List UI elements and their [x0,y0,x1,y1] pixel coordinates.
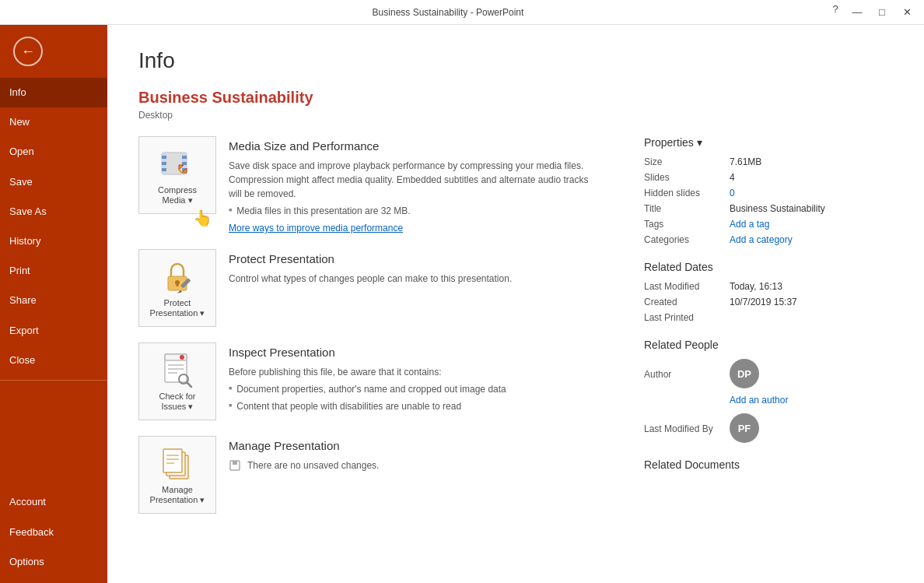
sidebar-item-share[interactable]: Share [0,286,107,315]
author-avatar-row: DP [730,359,788,388]
last-modified-label: Last Modified [644,281,730,292]
props-categories-label: Categories [644,234,730,245]
manage-presentation-title: Manage Presentation [229,439,379,452]
related-dates-section: Related Dates Last Modified Today, 16:13… [644,261,893,323]
props-slides-value: 4 [730,172,735,183]
protect-presentation-desc: Control what types of changes people can… [229,272,512,286]
author-label: Author [644,369,730,380]
compress-media-desc: Save disk space and improve playback per… [229,159,602,218]
props-tags-row: Tags Add a tag [644,219,893,230]
last-printed-label: Last Printed [644,312,730,323]
props-categories-value[interactable]: Add a category [730,234,793,245]
protect-presentation-card: ProtectPresentation ▾ Protect Presentati… [138,249,613,327]
manage-svg [159,444,196,482]
add-author-link[interactable]: Add an author [730,395,788,406]
related-people-section: Related People Author DP Add an author L… [644,339,893,443]
svg-marker-16 [177,290,182,293]
created-label: Created [644,297,730,307]
sidebar: ← Info New Open Save Save As History Pri… [0,25,107,583]
svg-line-24 [187,382,191,387]
sidebar-item-options[interactable]: Options [0,547,107,577]
info-right: Properties ▾ Size 7.61MB Slides 4 Hidden… [644,136,893,529]
protect-presentation-icon[interactable]: ProtectPresentation ▾ [138,249,216,327]
last-modified-by-avatar: PF [730,413,759,443]
sidebar-item-save-as[interactable]: Save As [0,197,107,227]
sidebar-bottom: Account Feedback Options [0,487,107,583]
svg-rect-14 [177,283,179,286]
sidebar-item-print[interactable]: Print [0,256,107,286]
svg-rect-5 [162,168,166,171]
sidebar-divider [0,380,107,381]
last-printed-row: Last Printed [644,312,893,323]
inspect-presentation-title: Inspect Presentation [229,346,506,359]
maximize-button[interactable]: □ [871,2,893,23]
svg-point-19 [180,355,184,360]
manage-presentation-icon[interactable]: ManagePresentation ▾ [138,436,216,514]
manage-presentation-desc: There are no unsaved changes. [229,458,379,472]
sidebar-item-save[interactable]: Save [0,167,107,197]
sidebar-item-close[interactable]: Close [0,346,107,375]
author-row-container: Author DP Add an author [644,359,893,406]
compress-media-svg [159,145,196,182]
help-button[interactable]: ? [828,2,843,17]
props-title-value: Business Sustainability [730,203,825,214]
svg-rect-7 [182,162,187,165]
created-row: Created 10/7/2019 15:37 [644,297,893,307]
compress-media-link[interactable]: More ways to improve media performance [229,223,602,234]
sidebar-item-new[interactable]: New [0,107,107,137]
related-documents-title: Related Documents [644,458,893,471]
properties-title: Properties ▾ [644,136,893,149]
props-tags-label: Tags [644,219,730,230]
app-body: ← Info New Open Save Save As History Pri… [0,25,924,583]
last-modified-row: Last Modified Today, 16:13 [644,281,893,292]
props-size-row: Size 7.61MB [644,156,893,167]
sidebar-item-feedback[interactable]: Feedback [0,518,107,547]
sidebar-item-history[interactable]: History [0,227,107,256]
sidebar-item-export[interactable]: Export [0,316,107,346]
last-modified-by-row: Last Modified By PF [644,413,893,443]
inspect-svg [159,351,196,388]
manage-presentation-card: ManagePresentation ▾ Manage Presentation… [138,436,613,514]
sidebar-item-account[interactable]: Account [0,487,107,517]
related-people-title: Related People [644,339,893,351]
svg-rect-32 [233,461,237,465]
close-button[interactable]: ✕ [896,2,918,23]
compress-media-body: Media Size and Performance Save disk spa… [216,136,602,234]
sidebar-item-info[interactable]: Info [0,78,107,107]
page-title: Info [138,48,893,73]
info-sections: CompressMedia ▾ 👆 Media Size and Perform… [138,136,893,529]
properties-table: Size 7.61MB Slides 4 Hidden slides 0 T [644,156,893,245]
props-slides-row: Slides 4 [644,172,893,183]
inspect-bullet-1: Document properties, author's name and c… [229,382,506,396]
svg-rect-4 [162,162,166,165]
props-size-label: Size [644,156,730,167]
props-title-row: Title Business Sustainability [644,203,893,214]
protect-svg [159,258,196,295]
check-issues-label: Check forIssues ▾ [159,392,195,412]
back-button[interactable]: ← [6,30,50,73]
author-info-block: DP Add an author [730,359,788,406]
author-avatar: DP [730,359,759,388]
info-left: CompressMedia ▾ 👆 Media Size and Perform… [138,136,613,529]
props-slides-label: Slides [644,172,730,183]
svg-rect-27 [163,449,182,472]
props-size-value: 7.61MB [730,156,761,167]
props-hidden-value[interactable]: 0 [730,188,735,198]
window-title: Business Sustainability - PowerPoint [68,7,828,18]
compress-media-icon[interactable]: CompressMedia ▾ 👆 [138,136,216,214]
props-tags-value[interactable]: Add a tag [730,219,769,230]
main-content: Info Business Sustainability Desktop [107,25,924,583]
props-categories-row: Categories Add a category [644,234,893,245]
protect-presentation-body: Protect Presentation Control what types … [216,249,512,286]
svg-rect-6 [182,156,187,159]
last-modified-value: Today, 16:13 [730,281,782,292]
presentation-title: Business Sustainability [138,89,893,107]
minimize-button[interactable]: — [846,2,868,23]
inspect-presentation-icon[interactable]: Check forIssues ▾ [138,342,216,420]
svg-rect-3 [162,156,166,159]
unsaved-icon [229,459,241,472]
protect-presentation-label: ProtectPresentation ▾ [150,298,205,318]
props-hidden-row: Hidden slides 0 [644,188,893,198]
properties-section: Properties ▾ Size 7.61MB Slides 4 Hidden… [644,136,893,245]
sidebar-item-open[interactable]: Open [0,137,107,167]
